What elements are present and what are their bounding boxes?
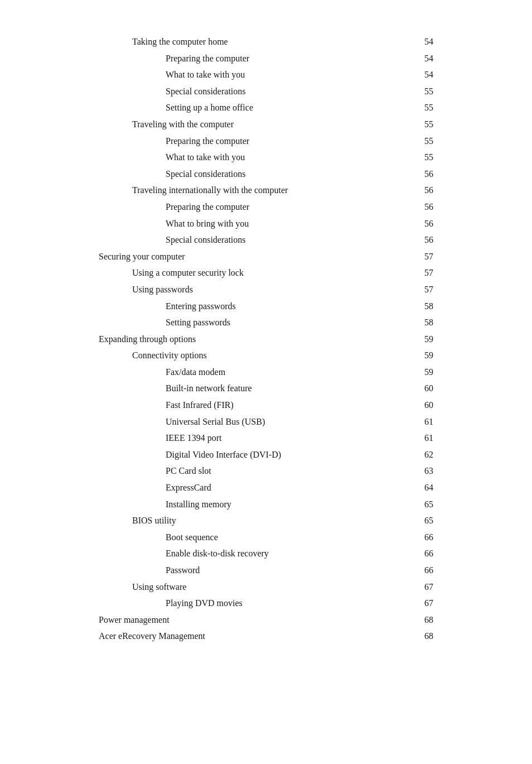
toc-row: Boot sequence66 [99,529,433,546]
toc-row: Digital Video Interface (DVI-D)62 [99,446,433,463]
page-container: Taking the computer home54Preparing the … [76,0,456,678]
toc-row: Using software67 [99,579,433,595]
toc-page: 55 [411,83,433,100]
toc-row: Special considerations56 [99,232,433,248]
toc-label: What to bring with you [99,215,411,232]
toc-row: Preparing the computer55 [99,133,433,150]
toc-row: Preparing the computer56 [99,199,433,215]
toc-page: 55 [411,99,433,116]
toc-label: Setting passwords [99,314,411,331]
toc-label: Setting up a home office [99,99,411,116]
toc-page: 56 [411,232,433,248]
toc-table: Taking the computer home54Preparing the … [99,33,433,645]
toc-page: 64 [411,479,433,496]
toc-page: 55 [411,149,433,166]
toc-label: What to take with you [99,66,411,83]
toc-page: 55 [411,133,433,150]
toc-label: Expanding through options [99,331,411,348]
toc-row: Power management68 [99,612,433,628]
toc-label: Taking the computer home [99,33,411,50]
toc-row: Installing memory65 [99,496,433,513]
toc-page: 66 [411,529,433,546]
toc-row: Acer eRecovery Management68 [99,628,433,645]
toc-label: Preparing the computer [99,50,411,67]
toc-row: Setting up a home office55 [99,99,433,116]
toc-row: What to bring with you56 [99,215,433,232]
toc-label: Boot sequence [99,529,411,546]
toc-page: 65 [411,496,433,513]
toc-page: 56 [411,166,433,182]
toc-row: BIOS utility65 [99,512,433,529]
toc-page: 67 [411,579,433,595]
toc-page: 55 [411,116,433,133]
toc-page: 60 [411,397,433,414]
toc-row: Special considerations56 [99,166,433,182]
toc-label: Power management [99,612,411,628]
toc-row: Fast Infrared (FIR)60 [99,397,433,414]
toc-page: 66 [411,562,433,579]
toc-label: Traveling with the computer [99,116,411,133]
toc-label: PC Card slot [99,463,411,479]
toc-page: 54 [411,33,433,50]
toc-label: Special considerations [99,166,411,182]
toc-label: Traveling internationally with the compu… [99,182,411,199]
toc-row: Traveling with the computer55 [99,116,433,133]
toc-label: Installing memory [99,496,411,513]
toc-row: Taking the computer home54 [99,33,433,50]
toc-row: Enable disk-to-disk recovery66 [99,545,433,562]
toc-row: Playing DVD movies67 [99,595,433,612]
toc-row: Traveling internationally with the compu… [99,182,433,199]
toc-page: 57 [411,248,433,265]
toc-label: Connectivity options [99,347,411,364]
toc-row: Setting passwords58 [99,314,433,331]
toc-page: 63 [411,463,433,479]
toc-page: 61 [411,414,433,430]
toc-row: ExpressCard64 [99,479,433,496]
toc-page: 60 [411,380,433,397]
toc-row: Password66 [99,562,433,579]
toc-row: Using a computer security lock57 [99,265,433,281]
toc-label: Preparing the computer [99,199,411,215]
toc-label: Password [99,562,411,579]
toc-label: ExpressCard [99,479,411,496]
toc-page: 56 [411,182,433,199]
toc-page: 61 [411,430,433,446]
toc-page: 66 [411,545,433,562]
toc-page: 65 [411,512,433,529]
toc-row: What to take with you54 [99,66,433,83]
toc-label: Playing DVD movies [99,595,411,612]
toc-label: Preparing the computer [99,133,411,150]
toc-label: BIOS utility [99,512,411,529]
toc-row: Expanding through options59 [99,331,433,348]
toc-page: 59 [411,331,433,348]
toc-page: 59 [411,347,433,364]
toc-row: Special considerations55 [99,83,433,100]
toc-row: Entering passwords58 [99,298,433,315]
toc-row: Built-in network feature60 [99,380,433,397]
toc-label: Fax/data modem [99,364,411,381]
toc-row: Preparing the computer54 [99,50,433,67]
toc-row: Fax/data modem59 [99,364,433,381]
toc-label: Digital Video Interface (DVI-D) [99,446,411,463]
toc-row: PC Card slot63 [99,463,433,479]
toc-row: Connectivity options59 [99,347,433,364]
toc-label: Using a computer security lock [99,265,411,281]
toc-page: 56 [411,199,433,215]
toc-page: 56 [411,215,433,232]
toc-page: 67 [411,595,433,612]
toc-page: 68 [411,612,433,628]
toc-label: Using software [99,579,411,595]
toc-page: 57 [411,281,433,298]
toc-page: 57 [411,265,433,281]
toc-label: Built-in network feature [99,380,411,397]
toc-page: 58 [411,314,433,331]
toc-label: Using passwords [99,281,411,298]
toc-row: IEEE 1394 port61 [99,430,433,446]
toc-label: Entering passwords [99,298,411,315]
toc-label: Universal Serial Bus (USB) [99,414,411,430]
toc-label: What to take with you [99,149,411,166]
toc-row: Using passwords57 [99,281,433,298]
toc-page: 58 [411,298,433,315]
toc-row: Universal Serial Bus (USB)61 [99,414,433,430]
toc-page: 62 [411,446,433,463]
